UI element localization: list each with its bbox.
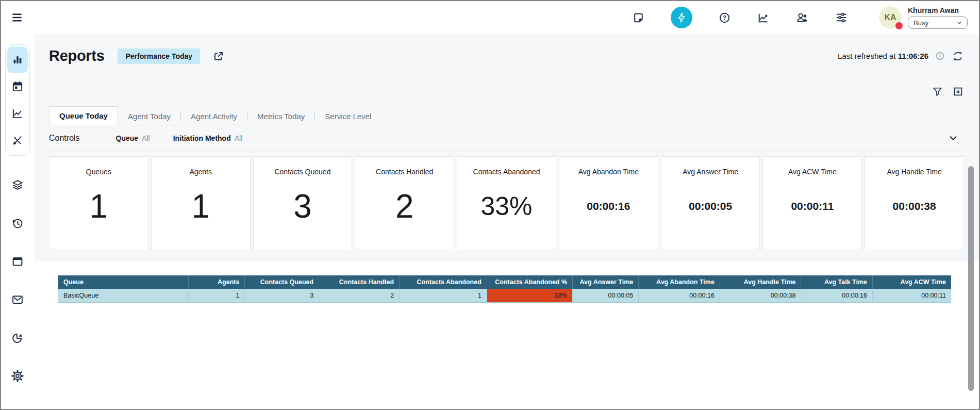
settings-sliders-button[interactable] bbox=[835, 11, 848, 24]
table-row[interactable]: BasicQueue 1 3 2 1 33% 00:00:05 00:00:16… bbox=[58, 289, 951, 303]
info-icon[interactable] bbox=[935, 51, 945, 61]
sidebar-item-dashboard-window[interactable] bbox=[11, 255, 24, 268]
cell-avg-talk-time: 00:00:16 bbox=[801, 289, 873, 303]
sidebar-item-analytics[interactable] bbox=[11, 331, 24, 345]
app-window: ? bbox=[0, 0, 980, 410]
cell-avg-answer-time: 00:00:05 bbox=[573, 289, 639, 303]
filter-button[interactable] bbox=[932, 85, 943, 97]
sidebar-reports-group bbox=[5, 44, 30, 156]
performance-today-badge[interactable]: Performance Today bbox=[118, 48, 200, 64]
directory-button[interactable] bbox=[795, 11, 809, 24]
help-button[interactable]: ? bbox=[718, 11, 731, 24]
column-header[interactable]: Queue bbox=[58, 275, 189, 289]
tab-agent-activity[interactable]: Agent Activity bbox=[181, 107, 247, 125]
notes-button[interactable] bbox=[632, 11, 645, 24]
pie-chart-icon bbox=[11, 331, 24, 345]
cell-contacts-handled: 2 bbox=[319, 289, 400, 303]
column-header[interactable]: Contacts Queued bbox=[245, 275, 319, 289]
user-box: KA Khurram Awan Busy bbox=[879, 6, 968, 29]
sliders-icon bbox=[835, 11, 848, 24]
tab-metrics-today[interactable]: Metrics Today bbox=[247, 107, 314, 125]
initiation-method-filter[interactable]: Initiation Method All bbox=[173, 134, 243, 142]
report-tabs: Queue Today Agent Today Agent Activity M… bbox=[49, 106, 964, 125]
avatar[interactable]: KA bbox=[879, 6, 902, 29]
line-chart-icon bbox=[757, 11, 770, 24]
metric-cards: Queues 1 Agents 1 Contacts Queued 3 Cont… bbox=[49, 156, 964, 250]
sidebar-item-settings[interactable] bbox=[11, 369, 24, 383]
open-in-new-window-button[interactable] bbox=[212, 50, 225, 62]
metric-value: 00:00:11 bbox=[791, 200, 834, 212]
collapse-controls-button[interactable] bbox=[946, 132, 960, 145]
column-header[interactable]: Avg Talk Time bbox=[801, 275, 873, 289]
cell-agents: 1 bbox=[189, 289, 245, 303]
status-value: Busy bbox=[913, 19, 928, 27]
metric-card-avg-answer-time: Avg Answer Time 00:00:05 bbox=[661, 156, 760, 250]
sidebar-item-realtime-reports[interactable] bbox=[7, 46, 28, 73]
column-header[interactable]: Avg Answer Time bbox=[573, 275, 639, 289]
column-header[interactable]: Avg Abandon Time bbox=[639, 275, 720, 289]
chevron-down-icon bbox=[946, 132, 960, 145]
help-icon: ? bbox=[718, 11, 731, 24]
hamburger-icon bbox=[10, 11, 24, 24]
last-refreshed-text: Last refreshed at 11:06:26 bbox=[838, 52, 928, 60]
tab-agent-today[interactable]: Agent Today bbox=[118, 107, 180, 125]
vertical-scrollbar[interactable] bbox=[968, 165, 975, 407]
svg-text:?: ? bbox=[723, 14, 726, 21]
metric-value: 00:00:05 bbox=[689, 200, 732, 212]
column-header[interactable]: Agents bbox=[189, 275, 245, 289]
metric-card-contacts-handled: Contacts Handled 2 bbox=[355, 156, 454, 250]
presence-dot bbox=[895, 22, 903, 29]
metric-value: 00:00:16 bbox=[587, 200, 630, 212]
chevron-down-icon bbox=[956, 19, 963, 26]
metric-card-avg-handle-time: Avg Handle Time 00:00:38 bbox=[865, 156, 964, 250]
metric-value: 1 bbox=[90, 187, 108, 225]
cell-avg-acw-time: 00:00:11 bbox=[873, 289, 951, 303]
page-title: Reports bbox=[49, 47, 104, 64]
hamburger-menu-button[interactable] bbox=[10, 11, 24, 24]
column-header[interactable]: Avg Handle Time bbox=[720, 275, 801, 289]
sidebar bbox=[1, 34, 34, 409]
status-select[interactable]: Busy bbox=[908, 17, 968, 29]
quick-connects-button[interactable] bbox=[671, 7, 692, 28]
gear-icon bbox=[11, 369, 24, 383]
cell-contacts-queued: 3 bbox=[245, 289, 319, 303]
line-chart-icon bbox=[11, 107, 24, 120]
tab-service-level[interactable]: Service Level bbox=[315, 107, 381, 125]
sidebar-item-routing[interactable] bbox=[11, 178, 24, 192]
page-header: Reports Performance Today Last refreshed… bbox=[49, 47, 964, 64]
refresh-icon bbox=[952, 50, 964, 62]
metric-value: 33% bbox=[480, 191, 532, 221]
history-icon bbox=[11, 217, 24, 230]
sidebar-item-report-designer[interactable] bbox=[7, 127, 28, 154]
column-header[interactable]: Contacts Abandoned % bbox=[487, 275, 572, 289]
metrics-button[interactable] bbox=[757, 11, 770, 24]
users-icon bbox=[795, 11, 809, 24]
cell-avg-abandon-time: 00:00:16 bbox=[639, 289, 720, 303]
queue-metrics-table: Queue Agents Contacts Queued Contacts Ha… bbox=[58, 275, 951, 303]
tab-queue-today[interactable]: Queue Today bbox=[49, 106, 118, 125]
download-icon bbox=[952, 86, 964, 97]
layers-icon bbox=[11, 178, 24, 192]
sidebar-item-scheduled-reports[interactable] bbox=[7, 73, 28, 100]
column-header[interactable]: Contacts Abandoned bbox=[400, 275, 487, 289]
sidebar-lower-group bbox=[11, 178, 24, 383]
filter-funnel-icon bbox=[932, 86, 943, 97]
sidebar-item-mail[interactable] bbox=[11, 293, 24, 306]
cell-queue: BasicQueue bbox=[58, 289, 189, 303]
sidebar-item-historical-metrics[interactable] bbox=[7, 100, 28, 127]
column-header[interactable]: Contacts Handled bbox=[319, 275, 400, 289]
scrollbar-thumb[interactable] bbox=[968, 166, 974, 391]
browser-window-icon bbox=[11, 255, 24, 268]
calendar-icon bbox=[11, 80, 24, 93]
sidebar-item-history[interactable] bbox=[11, 217, 24, 230]
queue-filter[interactable]: Queue All bbox=[116, 134, 150, 142]
cell-contacts-abandoned: 1 bbox=[400, 289, 487, 303]
metric-value: 00:00:38 bbox=[893, 200, 936, 212]
refresh-area: Last refreshed at 11:06:26 bbox=[838, 50, 964, 62]
external-link-icon bbox=[212, 50, 225, 62]
metric-card-queues: Queues 1 bbox=[49, 156, 148, 250]
refresh-button[interactable] bbox=[952, 50, 964, 62]
column-header[interactable]: Avg ACW Time bbox=[873, 275, 951, 289]
download-button[interactable] bbox=[952, 85, 964, 97]
topbar-actions: ? bbox=[632, 6, 968, 29]
